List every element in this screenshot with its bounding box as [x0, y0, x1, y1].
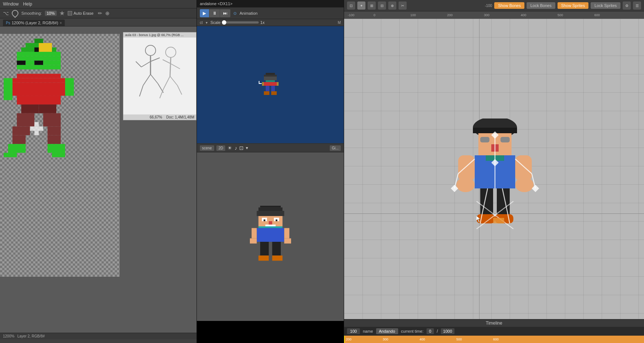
scene-tab[interactable]: scene	[200, 145, 214, 151]
unity-black-bar	[197, 321, 344, 343]
cursor	[476, 216, 482, 223]
svg-rect-5	[17, 61, 26, 65]
extra-tool-2[interactable]: ⊕	[105, 10, 110, 16]
svg-line-37	[136, 61, 141, 67]
svg-rect-78	[284, 238, 291, 244]
m-label: M	[338, 21, 341, 25]
svg-rect-32	[30, 127, 43, 131]
gizmo-label[interactable]: Gi...	[330, 145, 341, 151]
lasso-icon[interactable]: ⌥	[3, 10, 9, 16]
dropdown-arrow[interactable]: ▾	[246, 145, 248, 151]
smoothing-value[interactable]: 10%	[45, 11, 57, 16]
subject-label: ct	[200, 21, 203, 25]
current-time-label: current time:	[401, 329, 424, 333]
svg-rect-26	[47, 135, 61, 144]
menu-window[interactable]: Window	[3, 1, 19, 7]
svg-rect-19	[21, 105, 39, 113]
tool-icon-1[interactable]: ⊡	[347, 1, 355, 10]
ps-status-bar: 1200% Layer 2, RGB/8#	[0, 333, 197, 339]
scale-slider[interactable]	[222, 21, 259, 24]
scale-label: Scale	[210, 20, 221, 25]
show-sprites-button[interactable]: Show Sprites	[558, 2, 589, 9]
pixel-character	[4, 38, 118, 277]
screen-icon[interactable]: ⊡	[239, 145, 244, 151]
auto-erase-control: Auto Erase	[68, 11, 93, 15]
svg-rect-56	[262, 82, 264, 86]
svg-rect-70	[276, 219, 277, 221]
lock-bones-button[interactable]: Lock Bones	[527, 2, 555, 9]
svg-rect-74	[256, 228, 284, 242]
timeline-controls: 100 name Andando current time: 0 / 1000	[344, 327, 644, 336]
lock-sprites-button[interactable]: Lock Sprites	[591, 2, 620, 9]
timeline-frame-box[interactable]: 100	[347, 328, 360, 334]
svg-rect-22	[43, 113, 61, 127]
svg-line-38	[151, 58, 160, 61]
twod-tab[interactable]: 2D	[216, 145, 226, 151]
timeline-playhead	[344, 336, 345, 343]
svg-rect-61	[271, 91, 277, 95]
svg-rect-76	[284, 228, 289, 238]
timeline-divider: /	[437, 329, 438, 334]
ruler-label-600: 600	[594, 13, 600, 17]
svg-rect-29	[4, 153, 17, 157]
timeline-end-value[interactable]: 1000	[441, 328, 454, 334]
auto-erase-checkbox[interactable]	[68, 11, 72, 15]
svg-rect-31	[34, 122, 39, 127]
tool-icon-2[interactable]: ✦	[357, 1, 365, 10]
svg-rect-82	[272, 255, 282, 261]
scale-slider-thumb	[222, 20, 226, 25]
svg-point-34	[145, 45, 156, 56]
timeline-ruler[interactable]: 200 300 400 500 600	[344, 336, 644, 343]
tool-icon-3[interactable]: ⊞	[368, 1, 376, 10]
canvas-tab[interactable]: Ps 1200% (Layer 2, RGB/8#) ×	[3, 20, 65, 26]
show-bones-button[interactable]: Show Bones	[494, 2, 524, 9]
tool-icon-4[interactable]: ⊟	[378, 1, 386, 10]
tool-icon-5[interactable]: ⊕	[388, 1, 396, 10]
cursor-indicator	[259, 81, 262, 84]
svg-line-46	[170, 63, 180, 69]
sun-icon[interactable]: ☀	[227, 145, 232, 151]
audio-icon[interactable]: ♪	[234, 145, 237, 151]
ps-scrollbar-h[interactable]	[0, 339, 197, 343]
play-button[interactable]: ▶	[200, 9, 209, 17]
svg-line-39	[143, 74, 151, 85]
dropdown-icon[interactable]: ▾	[206, 21, 208, 25]
extra-tool-1[interactable]: ✏	[98, 10, 102, 16]
extra-icon-2[interactable]: ☰	[633, 1, 641, 10]
menu-help[interactable]: Help	[23, 1, 32, 7]
svg-rect-81	[258, 255, 269, 261]
extra-icon-1[interactable]: ⚙	[623, 1, 631, 10]
svg-rect-16	[4, 78, 13, 96]
ruler-label-100: 100	[410, 13, 416, 17]
reference-stickman	[130, 41, 189, 111]
unity-controls-bar: scene 2D ☀ ♪ ⊡ ▾ Gi...	[197, 144, 344, 152]
close-icon[interactable]: ×	[60, 21, 62, 25]
pause-button[interactable]: ⏸	[209, 9, 220, 17]
svg-line-41	[151, 74, 158, 84]
status-zoom: 1200%	[3, 334, 14, 338]
svg-rect-12	[17, 74, 61, 78]
svg-rect-4	[17, 56, 61, 61]
animation-name-value[interactable]: Andando	[376, 328, 398, 334]
svg-line-45	[163, 60, 170, 63]
svg-line-49	[170, 76, 177, 85]
play-controls: ▶ ⏸ ⏭	[200, 9, 230, 17]
svg-rect-18	[4, 96, 13, 100]
brush-icon[interactable]	[10, 8, 20, 18]
unity-scene-area	[197, 152, 344, 321]
smoothing-settings-icon[interactable]	[60, 11, 65, 16]
svg-rect-30	[52, 153, 65, 157]
svg-rect-69	[263, 219, 265, 221]
svg-rect-91	[458, 155, 475, 181]
next-button[interactable]: ⏭	[220, 9, 230, 17]
spine-canvas	[344, 19, 644, 319]
ruler-label-300: 300	[484, 13, 489, 17]
ref-image-content	[123, 38, 196, 114]
tool-icon-6[interactable]: ✂	[399, 1, 407, 10]
svg-rect-64	[258, 208, 282, 211]
unity-title: andalone <DX11>	[200, 1, 233, 6]
current-time-value[interactable]: 0	[427, 328, 434, 334]
ref-title-text: aula 03 - bonus 1.jpg @ 66,7% (RGB ...	[125, 33, 184, 37]
timeline-title-bar: Timeline	[344, 319, 644, 327]
menu-bar: Window Help	[0, 0, 197, 8]
